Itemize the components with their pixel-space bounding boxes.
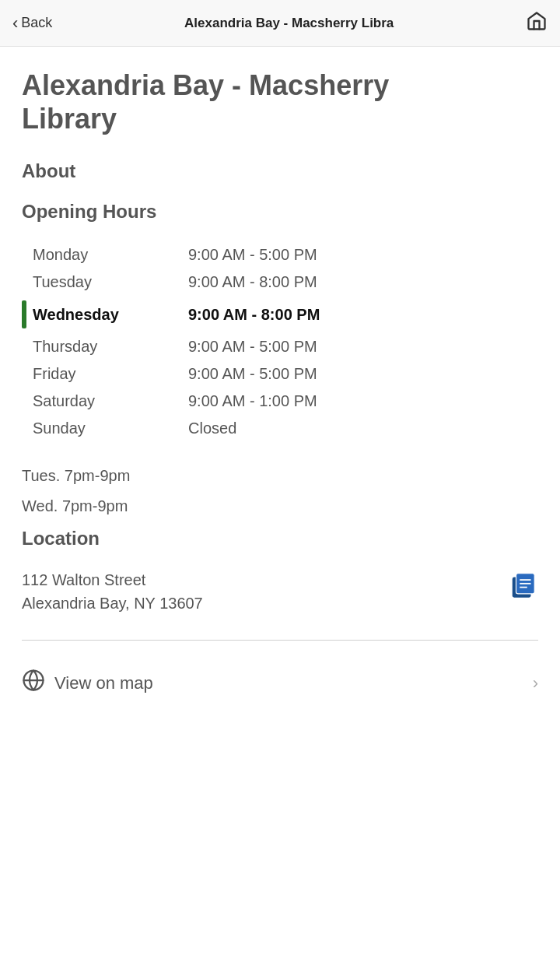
day-saturday: Saturday [33,392,188,410]
location-section: Location 112 Walton Street Alexandria Ba… [22,528,538,615]
address-line1: 112 Walton Street [22,568,203,592]
location-title: Location [22,528,538,549]
view-on-map-button[interactable]: View on map › [22,656,538,710]
hours-sunday: Closed [188,420,236,437]
back-button[interactable]: ‹ Back [12,15,52,32]
home-icon[interactable] [526,10,548,37]
page-title: Alexandria Bay - Macsherry Library [22,68,538,135]
back-label: Back [21,15,52,31]
hours-saturday: 9:00 AM - 1:00 PM [188,392,317,410]
address-row: 112 Walton Street Alexandria Bay, NY 136… [22,568,538,615]
hours-row-friday: Friday 9:00 AM - 5:00 PM [22,360,538,388]
about-section-title: About [22,160,538,182]
day-wednesday: Wednesday [33,306,188,324]
copy-address-button[interactable] [509,570,538,599]
hours-row-wednesday: Wednesday 9:00 AM - 8:00 PM [22,296,538,333]
address-text: 112 Walton Street Alexandria Bay, NY 136… [22,568,203,615]
hours-row-thursday: Thursday 9:00 AM - 5:00 PM [22,333,538,360]
hours-row-sunday: Sunday Closed [22,415,538,442]
main-content: Alexandria Bay - Macsherry Library About… [0,47,560,710]
note-tuesday: Tues. 7pm-9pm [22,467,538,485]
map-row-left: View on map [22,669,153,697]
hours-row-monday: Monday 9:00 AM - 5:00 PM [22,241,538,269]
day-sunday: Sunday [33,420,188,437]
hours-row-tuesday: Tuesday 9:00 AM - 8:00 PM [22,269,538,296]
note-wednesday: Wed. 7pm-9pm [22,497,538,515]
divider [22,640,538,641]
hours-wednesday: 9:00 AM - 8:00 PM [188,306,320,324]
navigation-bar: ‹ Back Alexandria Bay - Macsherry Libra [0,0,560,47]
opening-hours-section: Opening Hours Monday 9:00 AM - 5:00 PM T… [22,201,538,442]
address-line2: Alexandria Bay, NY 13607 [22,592,203,615]
day-friday: Friday [33,365,188,383]
view-on-map-label: View on map [54,673,153,693]
opening-hours-title: Opening Hours [22,201,538,223]
chevron-left-icon: ‹ [12,15,18,32]
hours-tuesday: 9:00 AM - 8:00 PM [188,273,317,291]
day-monday: Monday [33,246,188,264]
day-thursday: Thursday [33,338,188,356]
hours-row-saturday: Saturday 9:00 AM - 1:00 PM [22,388,538,415]
hours-monday: 9:00 AM - 5:00 PM [188,246,317,264]
hours-thursday: 9:00 AM - 5:00 PM [188,338,317,356]
day-tuesday: Tuesday [33,273,188,291]
globe-icon [22,669,45,697]
hours-friday: 9:00 AM - 5:00 PM [188,365,317,383]
nav-title: Alexandria Bay - Macsherry Libra [58,16,520,31]
chevron-right-icon: › [533,673,538,693]
today-indicator [22,300,26,328]
